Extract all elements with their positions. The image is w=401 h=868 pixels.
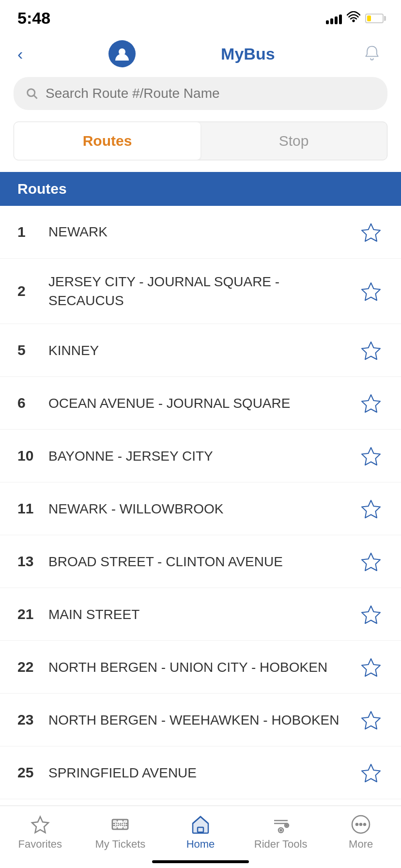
route-list: 1NEWARK 2JERSEY CITY - JOURNAL SQUARE - …	[0, 206, 401, 868]
svg-marker-13	[362, 712, 380, 729]
route-item[interactable]: 2JERSEY CITY - JOURNAL SQUARE - SECAUCUS	[0, 259, 401, 324]
svg-point-0	[353, 20, 355, 21]
favorite-star[interactable]	[358, 443, 384, 468]
route-name: JERSEY CITY - JOURNAL SQUARE - SECAUCUS	[48, 272, 358, 310]
search-icon	[25, 87, 39, 100]
stop-tab[interactable]: Stop	[200, 122, 387, 160]
status-time: 5:48	[17, 9, 50, 28]
svg-point-22	[286, 825, 287, 826]
favorite-star[interactable]	[358, 707, 384, 732]
app-title: MyBus	[221, 45, 275, 63]
svg-point-25	[360, 823, 362, 825]
nav-rider-tools[interactable]: Rider Tools	[241, 814, 321, 851]
home-indicator	[152, 860, 249, 863]
svg-marker-15	[32, 817, 48, 833]
route-number: 2	[17, 283, 48, 299]
favorite-star[interactable]	[358, 654, 384, 680]
home-icon	[190, 814, 211, 835]
route-number: 25	[17, 764, 48, 781]
route-name: KINNEY	[48, 341, 358, 360]
route-number: 23	[17, 712, 48, 728]
svg-marker-12	[362, 659, 380, 676]
routes-tab[interactable]: Routes	[14, 122, 200, 160]
svg-point-20	[280, 830, 281, 831]
route-name: NEWARK	[48, 222, 358, 241]
svg-marker-14	[362, 764, 380, 782]
more-icon	[350, 814, 371, 835]
route-name: MAIN STREET	[48, 605, 358, 624]
route-item[interactable]: 6OCEAN AVENUE - JOURNAL SQUARE	[0, 377, 401, 430]
svg-point-26	[364, 823, 366, 825]
nav-more-label: More	[349, 838, 373, 851]
route-number: 22	[17, 659, 48, 675]
route-item[interactable]: 10BAYONNE - JERSEY CITY	[0, 430, 401, 482]
wifi-icon	[347, 11, 360, 26]
route-item[interactable]: 21MAIN STREET	[0, 588, 401, 641]
nav-tickets-label: My Tickets	[95, 838, 145, 851]
route-number: 21	[17, 606, 48, 622]
signal-icon	[326, 13, 342, 24]
route-name: NORTH BERGEN - UNION CITY - HOBOKEN	[48, 658, 358, 677]
favorite-star[interactable]	[358, 338, 384, 363]
route-name: BAYONNE - JERSEY CITY	[48, 447, 358, 465]
favorite-star[interactable]	[358, 602, 384, 627]
status-icons	[326, 11, 384, 26]
svg-marker-5	[362, 283, 380, 300]
svg-marker-9	[362, 500, 380, 518]
rider-tools-icon	[270, 814, 292, 835]
favorite-star[interactable]	[358, 219, 384, 245]
favorite-star[interactable]	[358, 549, 384, 574]
route-name: NEWARK - WILLOWBROOK	[48, 499, 358, 518]
route-number: 6	[17, 395, 48, 411]
route-name: NORTH BERGEN - WEEHAWKEN - HOBOKEN	[48, 711, 358, 729]
route-item[interactable]: 5KINNEY	[0, 324, 401, 377]
svg-line-3	[34, 95, 37, 98]
section-header-text: Routes	[17, 181, 67, 197]
search-input[interactable]	[46, 86, 376, 101]
route-name: SPRINGFIELD AVENUE	[48, 763, 358, 782]
svg-marker-8	[362, 448, 380, 465]
favorite-star[interactable]	[358, 760, 384, 785]
route-name: BROAD STREET - CLINTON AVENUE	[48, 552, 358, 571]
status-bar: 5:48	[0, 0, 401, 32]
route-name: OCEAN AVENUE - JOURNAL SQUARE	[48, 394, 358, 413]
nav-more[interactable]: More	[321, 814, 401, 851]
route-item[interactable]: 11NEWARK - WILLOWBROOK	[0, 482, 401, 535]
svg-marker-10	[362, 553, 380, 571]
route-item[interactable]: 22NORTH BERGEN - UNION CITY - HOBOKEN	[0, 641, 401, 694]
toggle-container: Routes Stop	[0, 122, 401, 160]
nav-rider-tools-label: Rider Tools	[254, 838, 308, 851]
section-header: Routes	[0, 172, 401, 206]
favorite-star[interactable]	[358, 496, 384, 521]
nav-favorites-label: Favorites	[18, 838, 62, 851]
nav-home[interactable]: Home	[160, 814, 241, 851]
bottom-nav: Favorites My Tickets Home	[0, 806, 401, 868]
svg-marker-11	[362, 606, 380, 623]
favorite-star[interactable]	[358, 390, 384, 416]
header: ‹ MyBus	[0, 32, 401, 77]
back-button[interactable]: ‹	[17, 46, 23, 62]
route-item[interactable]: 1NEWARK	[0, 206, 401, 259]
favorite-star[interactable]	[358, 279, 384, 304]
route-item[interactable]: 13BROAD STREET - CLINTON AVENUE	[0, 535, 401, 588]
toggle-bar: Routes Stop	[14, 122, 387, 160]
svg-marker-4	[362, 224, 380, 241]
route-item[interactable]: 23NORTH BERGEN - WEEHAWKEN - HOBOKEN	[0, 694, 401, 746]
nav-home-label: Home	[186, 838, 215, 851]
svg-marker-7	[362, 395, 380, 412]
search-container	[0, 77, 401, 122]
svg-point-2	[28, 89, 35, 96]
tickets-icon	[109, 814, 131, 835]
avatar[interactable]	[108, 40, 136, 67]
notification-bell[interactable]	[360, 42, 384, 65]
svg-point-24	[356, 823, 358, 825]
favorites-icon	[30, 814, 51, 835]
nav-favorites[interactable]: Favorites	[0, 814, 80, 851]
search-bar	[14, 77, 387, 110]
route-number: 5	[17, 342, 48, 358]
route-item[interactable]: 25SPRINGFIELD AVENUE	[0, 746, 401, 799]
nav-my-tickets[interactable]: My Tickets	[80, 814, 161, 851]
route-number: 10	[17, 448, 48, 464]
svg-marker-6	[362, 342, 380, 359]
route-number: 11	[17, 500, 48, 517]
